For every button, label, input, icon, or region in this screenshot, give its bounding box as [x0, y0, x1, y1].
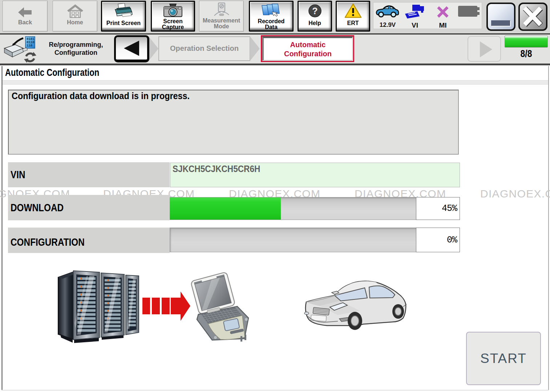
svg-text:?: ? — [312, 6, 318, 16]
